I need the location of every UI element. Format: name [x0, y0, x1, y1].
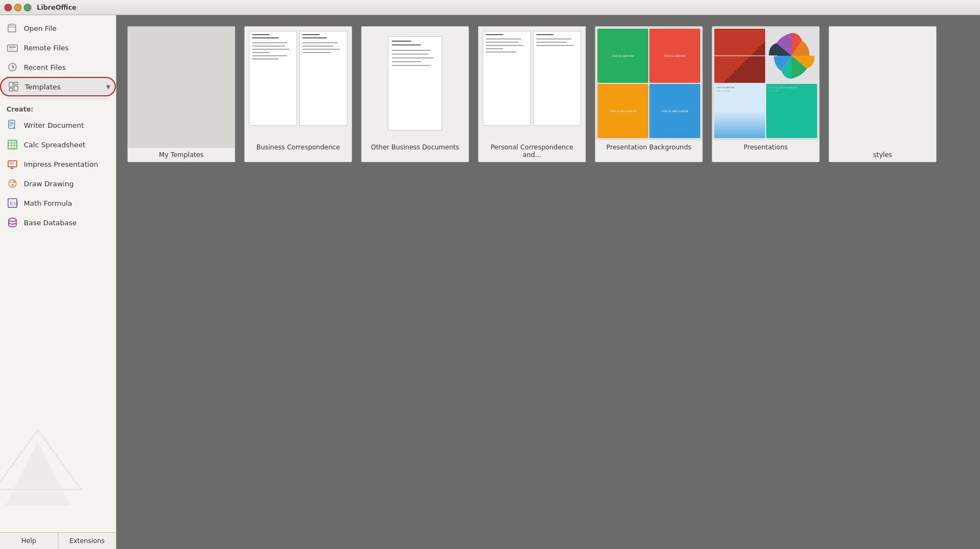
math-label: Math Formula [24, 199, 72, 207]
sidebar-item-impress-presentation[interactable]: Impress Presentation [0, 154, 116, 174]
main-content: My Templates [116, 15, 980, 549]
template-card-business-correspondence[interactable]: Business Correspondence [244, 26, 352, 162]
svg-rect-10 [10, 122, 14, 123]
personal-correspondence-preview [478, 27, 586, 140]
create-section-label: Create: [0, 101, 116, 115]
math-icon: f(x) [6, 197, 18, 209]
svg-point-25 [11, 184, 14, 186]
sidebar-bottom-bar: Help Extensions [0, 532, 116, 549]
writer-label: Writer Document [24, 121, 84, 129]
presentations-preview: Click to add Title Click to add text クリッ… [712, 27, 819, 140]
sidebar-item-open-file[interactable]: Open File [0, 18, 116, 38]
presentation-backgrounds-name: Presentation Backgrounds [595, 140, 702, 154]
svg-rect-2 [9, 47, 16, 48]
svg-rect-12 [10, 125, 12, 126]
recent-files-label: Recent Files [24, 63, 66, 71]
extensions-button[interactable]: Extensions [58, 533, 116, 549]
help-button[interactable]: Help [0, 533, 58, 549]
business-correspondence-preview [245, 27, 352, 140]
styles-preview [829, 27, 936, 148]
sidebar-item-math-formula[interactable]: f(x) Math Formula [0, 193, 116, 213]
my-templates-preview [128, 27, 235, 148]
base-label: Base Database [24, 219, 77, 227]
svg-point-24 [13, 181, 16, 184]
draw-icon [6, 178, 18, 189]
svg-rect-7 [14, 86, 18, 91]
sidebar-item-templates[interactable]: Templates ▼ [0, 77, 116, 96]
window-controls[interactable] [4, 4, 31, 11]
calc-label: Calc Spreadsheet [24, 141, 85, 149]
remote-files-icon [6, 42, 18, 54]
svg-rect-6 [14, 82, 18, 84]
sidebar-item-recent-files[interactable]: Recent Files [0, 57, 116, 77]
remote-files-label: Remote Files [24, 44, 69, 52]
template-card-personal-correspondence[interactable]: Personal Correspondence and... [478, 26, 586, 162]
pres-bg-red: Click to add title [649, 29, 700, 83]
presentations-name: Presentations [712, 140, 819, 154]
template-card-presentation-backgrounds[interactable]: Click to add title Click to add title Cl… [595, 26, 703, 162]
svg-rect-3 [9, 49, 14, 50]
pres-bg-blue: Click to add subtitle [649, 84, 700, 138]
sidebar-watermark [0, 424, 87, 522]
other-business-preview [361, 27, 469, 140]
svg-rect-19 [9, 162, 14, 165]
presentation-backgrounds-preview: Click to add title Click to add title Cl… [595, 27, 702, 140]
impress-icon [6, 158, 18, 170]
my-templates-name: My Templates [128, 148, 235, 162]
svg-rect-0 [8, 25, 16, 32]
sidebar-item-calc-spreadsheet[interactable]: Calc Spreadsheet [0, 135, 116, 154]
personal-correspondence-name: Personal Correspondence and... [478, 140, 586, 162]
sidebar-divider [6, 99, 109, 99]
recent-files-icon [6, 61, 18, 73]
template-card-other-business[interactable]: Other Business Documents [361, 26, 469, 162]
templates-icon [8, 81, 19, 93]
other-business-name: Other Business Documents [361, 140, 469, 154]
pres-bg-green: Click to add title [597, 29, 648, 83]
svg-rect-1 [8, 45, 17, 51]
open-file-label: Open File [24, 24, 57, 32]
window-title: LibreOffice [37, 4, 76, 11]
template-card-styles[interactable]: styles [828, 26, 937, 162]
svg-point-28 [9, 218, 16, 221]
pres-bg-orange: Click to add subtitle [597, 84, 648, 138]
business-correspondence-name: Business Correspondence [245, 140, 352, 154]
close-button[interactable] [4, 4, 12, 11]
maximize-button[interactable] [24, 4, 31, 11]
svg-rect-5 [9, 82, 13, 87]
draw-label: Draw Drawing [24, 180, 74, 188]
svg-point-23 [10, 181, 12, 184]
svg-rect-13 [8, 140, 17, 149]
app-container: Open File Remote Files [0, 15, 980, 549]
templates-chevron: ▼ [106, 84, 110, 90]
svg-rect-8 [9, 88, 13, 91]
svg-rect-11 [10, 123, 14, 125]
template-card-my-templates[interactable]: My Templates [127, 26, 235, 162]
sidebar-item-remote-files[interactable]: Remote Files [0, 38, 116, 57]
impress-label: Impress Presentation [24, 160, 98, 168]
sidebar-item-base-database[interactable]: Base Database [0, 213, 116, 232]
styles-name: styles [829, 148, 936, 162]
sidebar-nav: Open File Remote Files [0, 15, 116, 236]
open-file-icon [6, 22, 18, 34]
templates-grid: My Templates [127, 26, 969, 162]
titlebar: LibreOffice [0, 0, 980, 15]
sidebar-item-writer-document[interactable]: Writer Document [0, 115, 116, 135]
template-card-presentations[interactable]: Click to add Title Click to add text クリッ… [712, 26, 820, 162]
sidebar-item-draw-drawing[interactable]: Draw Drawing [0, 174, 116, 193]
calc-icon [6, 139, 18, 151]
minimize-button[interactable] [14, 4, 22, 11]
sidebar: Open File Remote Files [0, 15, 116, 549]
svg-text:f(x): f(x) [10, 200, 18, 207]
base-icon [6, 217, 18, 228]
writer-icon [6, 119, 18, 131]
templates-label: Templates [25, 83, 61, 91]
